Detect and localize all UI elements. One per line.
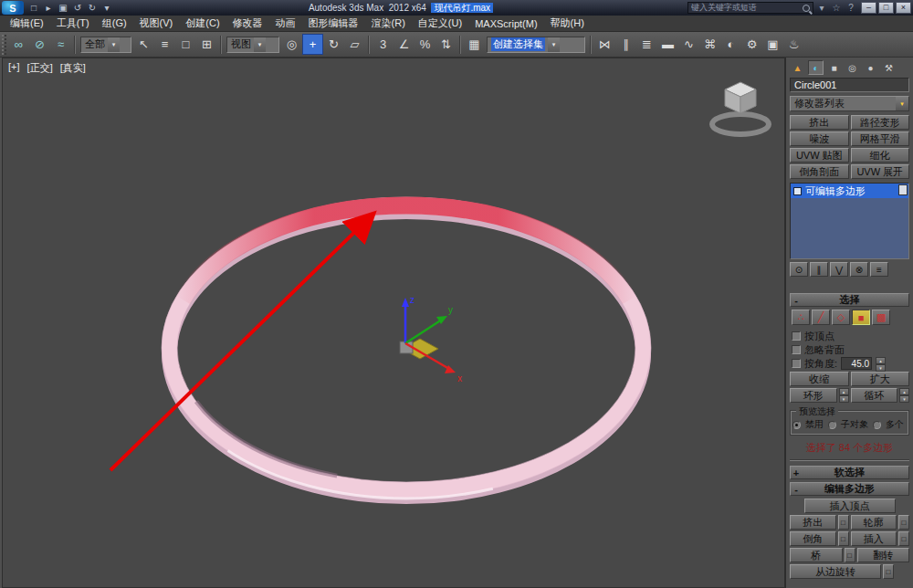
menu-modifiers[interactable]: 修改器 <box>226 16 269 31</box>
spinner-down-icon[interactable]: ▾ <box>876 364 886 372</box>
flip-button[interactable]: 翻转 <box>857 548 910 562</box>
select-by-name-icon[interactable]: ≡ <box>154 34 175 55</box>
viewport-general-menu[interactable]: [+] <box>8 61 20 75</box>
make-unique-icon[interactable]: ⋁ <box>830 262 848 277</box>
vertex-subobject-icon[interactable]: ∴ <box>792 310 810 325</box>
search-icon[interactable] <box>803 5 810 12</box>
remove-modifier-icon[interactable]: ⊗ <box>850 262 868 277</box>
menu-tools[interactable]: 工具(T) <box>50 16 96 31</box>
border-subobject-icon[interactable]: ◇ <box>832 310 850 325</box>
maximize-button[interactable]: □ <box>878 2 894 14</box>
select-and-link-icon[interactable]: ∞ <box>8 34 29 55</box>
redo-icon[interactable]: ↻ <box>85 1 100 15</box>
bridge-button[interactable]: 桥 <box>790 548 843 562</box>
object-name-field[interactable]: Circle001 <box>790 78 909 92</box>
menu-views[interactable]: 视图(V) <box>133 16 180 31</box>
reference-coordinate-dropdown[interactable]: 视图 ▾ <box>226 37 279 53</box>
inset-settings-button[interactable]: □ <box>898 531 909 546</box>
ring-spinner[interactable]: ▴ ▾ <box>839 388 849 401</box>
rotate-from-edge-settings-button[interactable]: □ <box>883 564 894 579</box>
viewport-pov-menu[interactable]: [正交] <box>27 61 53 75</box>
use-pivot-center-icon[interactable]: ◎ <box>281 34 302 55</box>
chevron-down-icon[interactable]: ▾ <box>254 37 266 52</box>
undo-icon[interactable]: ↺ <box>70 1 85 15</box>
spinner-down-icon[interactable]: ▾ <box>899 395 909 403</box>
menu-create[interactable]: 创建(C) <box>179 16 226 31</box>
noise-modifier-button[interactable]: 噪波 <box>790 131 849 146</box>
spinner-up-icon[interactable]: ▴ <box>899 388 909 395</box>
collapse-icon[interactable]: - <box>791 484 802 495</box>
menu-customize[interactable]: 自定义(U) <box>412 16 468 31</box>
expand-icon[interactable]: + <box>791 467 802 478</box>
window-crossing-icon[interactable]: ⊞ <box>196 34 217 55</box>
quick-access-dropdown-icon[interactable]: ▾ <box>100 1 114 15</box>
bridge-settings-button[interactable]: □ <box>845 548 855 562</box>
display-tab-icon[interactable]: ● <box>863 60 878 75</box>
menu-graph-editors[interactable]: 图形编辑器 <box>302 16 365 31</box>
schematic-view-icon[interactable]: ⌘ <box>699 34 720 55</box>
meshsmooth-modifier-button[interactable]: 网格平滑 <box>851 131 910 146</box>
uvw-map-modifier-button[interactable]: UVW 贴图 <box>790 148 849 163</box>
spinner-up-icon[interactable]: ▴ <box>876 357 886 364</box>
bevel-settings-button[interactable]: □ <box>838 531 849 546</box>
ring-button[interactable]: 环形 <box>790 388 837 403</box>
spinner-snap-icon[interactable]: ⇅ <box>436 34 456 55</box>
viewport-shading-menu[interactable]: [真实] <box>60 61 86 75</box>
selection-region-icon[interactable]: □ <box>175 34 196 55</box>
minimize-button[interactable]: – <box>861 2 876 14</box>
layer-manager-icon[interactable]: ≣ <box>636 34 657 55</box>
extrude-button[interactable]: 挤出 <box>790 515 836 530</box>
infocenter-search-input[interactable]: 键入关键字或短语 <box>687 2 813 14</box>
by-angle-checkbox[interactable] <box>792 359 801 368</box>
select-and-move-icon[interactable]: + <box>302 34 323 55</box>
unlink-selection-icon[interactable]: ⊘ <box>29 34 50 55</box>
named-selection-sets-dropdown[interactable]: 创建选择集 ▾ <box>487 37 585 53</box>
collapse-icon[interactable]: - <box>791 295 802 306</box>
app-logo-icon[interactable]: S <box>2 1 24 15</box>
bevel-profile-modifier-button[interactable]: 倒角剖面 <box>790 164 849 179</box>
spinner-up-icon[interactable]: ▴ <box>839 388 849 395</box>
preview-subobject-radio[interactable] <box>828 421 836 429</box>
extrude-settings-button[interactable]: □ <box>838 515 849 530</box>
save-file-icon[interactable]: ▣ <box>56 1 70 15</box>
ignore-backfacing-checkbox[interactable] <box>792 345 801 354</box>
render-production-icon[interactable]: ♨ <box>783 34 804 55</box>
create-tab-icon[interactable]: ▲ <box>790 60 805 75</box>
menu-maxscript[interactable]: MAXScript(M) <box>468 17 543 30</box>
soft-selection-rollout-header[interactable]: + 软选择 <box>790 466 909 479</box>
utilities-tab-icon[interactable]: ⚒ <box>881 60 897 75</box>
show-end-result-icon[interactable]: ∥ <box>810 262 828 277</box>
pin-stack-icon[interactable]: ⊙ <box>790 262 808 277</box>
chevron-down-icon[interactable]: ▾ <box>548 37 560 52</box>
selection-rollout-header[interactable]: - 选择 <box>790 293 909 307</box>
material-editor-icon[interactable]: ◐ <box>720 34 741 55</box>
outline-settings-button[interactable]: □ <box>898 515 909 530</box>
rotate-from-edge-button[interactable]: 从边旋转 <box>790 564 881 579</box>
edge-subobject-icon[interactable]: ╱ <box>812 310 830 325</box>
select-and-rotate-icon[interactable]: ↻ <box>323 34 344 55</box>
insert-vertex-button[interactable]: 插入顶点 <box>804 499 896 513</box>
graphite-ribbon-icon[interactable]: ▬ <box>657 34 678 55</box>
menu-help[interactable]: 帮助(H) <box>544 16 591 31</box>
chevron-down-icon[interactable]: ▾ <box>108 37 120 52</box>
viewport-background[interactable] <box>3 58 785 587</box>
menu-group[interactable]: 组(G) <box>96 16 133 31</box>
favorites-star-icon[interactable]: ☆ <box>830 2 843 15</box>
modifier-list-dropdown[interactable]: 修改器列表 ▾ <box>790 96 909 111</box>
mirror-icon[interactable]: ⋈ <box>594 34 615 55</box>
stack-item-editable-poly[interactable]: 可编辑多边形 <box>791 184 908 198</box>
search-dropdown-icon[interactable]: ▾ <box>815 2 828 15</box>
by-vertex-checkbox[interactable] <box>792 331 801 341</box>
preview-disabled-radio[interactable] <box>792 421 801 429</box>
chevron-down-icon[interactable]: ▾ <box>896 97 908 110</box>
grow-button[interactable]: 扩大 <box>851 372 910 386</box>
close-button[interactable]: × <box>896 2 911 14</box>
angle-snap-icon[interactable]: ∠ <box>394 34 415 55</box>
inset-button[interactable]: 插入 <box>851 531 897 546</box>
polygon-subobject-icon[interactable]: ■ <box>852 310 870 325</box>
percent-snap-icon[interactable]: % <box>415 34 436 55</box>
element-subobject-icon[interactable]: ▩ <box>872 310 890 325</box>
path-deform-modifier-button[interactable]: 路径变形 <box>851 115 910 130</box>
new-file-icon[interactable]: □ <box>26 1 41 15</box>
bind-to-spacewarp-icon[interactable]: ≈ <box>50 34 71 55</box>
